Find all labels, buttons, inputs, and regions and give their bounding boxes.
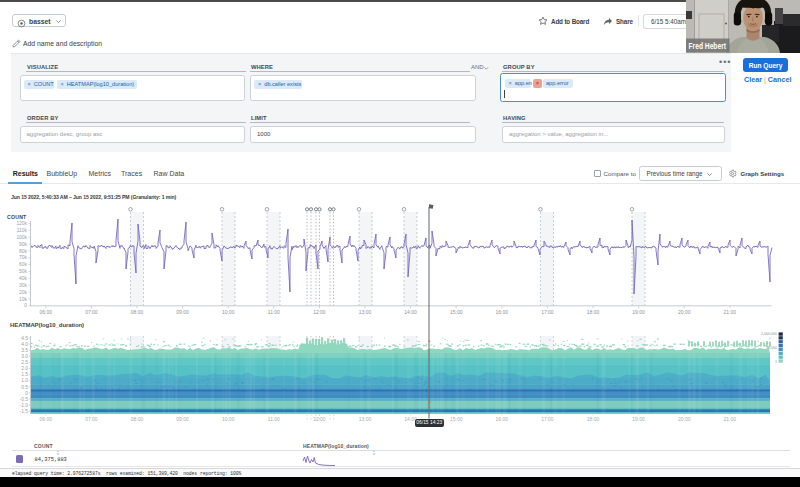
svg-text:3.5: 3.5 — [21, 348, 28, 353]
svg-text:12:00: 12:00 — [313, 309, 326, 315]
svg-text:10k: 10k — [19, 297, 27, 302]
svg-text:4.5: 4.5 — [21, 336, 28, 341]
svg-text:40k: 40k — [19, 276, 27, 281]
svg-text:08:00: 08:00 — [131, 309, 144, 315]
svg-text:50k: 50k — [19, 269, 27, 274]
svg-text:2.5: 2.5 — [21, 360, 28, 365]
svg-text:20:00: 20:00 — [678, 416, 691, 422]
svg-text:17:00: 17:00 — [541, 416, 554, 422]
svg-text:17:00: 17:00 — [541, 309, 554, 315]
svg-text:10,000: 10,000 — [766, 346, 777, 350]
svg-text:20k: 20k — [19, 290, 27, 295]
svg-text:06:00: 06:00 — [40, 309, 53, 315]
svg-text:110k: 110k — [17, 228, 28, 233]
svg-text:20:00: 20:00 — [678, 309, 691, 315]
svg-text:60k: 60k — [19, 262, 27, 267]
svg-text:16:00: 16:00 — [496, 309, 509, 315]
svg-text:21:00: 21:00 — [724, 309, 737, 315]
svg-text:11:00: 11:00 — [268, 416, 280, 422]
svg-text:15:00: 15:00 — [450, 309, 463, 315]
svg-text:70k: 70k — [19, 255, 27, 260]
svg-text:30k: 30k — [19, 283, 27, 288]
svg-text:08:00: 08:00 — [131, 416, 144, 422]
svg-text:09:00: 09:00 — [176, 309, 189, 315]
svg-text:1.0: 1.0 — [21, 378, 28, 383]
svg-text:2,000,000: 2,000,000 — [761, 332, 777, 336]
svg-text:Fred Hebert: Fred Hebert — [689, 41, 727, 51]
svg-text:15:00: 15:00 — [450, 416, 463, 422]
svg-text:06:00: 06:00 — [40, 416, 53, 422]
svg-text:18:00: 18:00 — [587, 309, 600, 315]
svg-text:19:00: 19:00 — [632, 416, 645, 422]
svg-text:19:00: 19:00 — [632, 309, 645, 315]
svg-text:18:00: 18:00 — [587, 416, 600, 422]
svg-text:11:00: 11:00 — [268, 309, 280, 315]
svg-text:-0.5: -0.5 — [20, 397, 29, 402]
svg-text:1: 1 — [775, 360, 777, 364]
svg-text:90k: 90k — [19, 242, 27, 247]
svg-text:100k: 100k — [16, 235, 27, 240]
svg-text:4.0: 4.0 — [21, 342, 28, 347]
svg-text:0: 0 — [24, 303, 27, 308]
svg-text:10:00: 10:00 — [222, 309, 235, 315]
svg-text:09:00: 09:00 — [176, 416, 189, 422]
svg-text:120k: 120k — [16, 221, 27, 226]
svg-text:13:00: 13:00 — [359, 416, 372, 422]
svg-text:0.5: 0.5 — [21, 385, 28, 390]
svg-text:14:00: 14:00 — [404, 309, 417, 315]
svg-text:-1.0: -1.0 — [20, 403, 29, 408]
svg-text:2.0: 2.0 — [21, 366, 28, 371]
svg-text:07:00: 07:00 — [85, 416, 98, 422]
svg-text:10:00: 10:00 — [222, 416, 235, 422]
svg-text:3.0: 3.0 — [21, 354, 28, 359]
svg-text:13:00: 13:00 — [359, 309, 372, 315]
svg-text:1.5: 1.5 — [21, 372, 28, 377]
svg-text:07:00: 07:00 — [85, 309, 98, 315]
svg-text:21:00: 21:00 — [724, 416, 737, 422]
svg-text:80k: 80k — [19, 249, 27, 254]
svg-text:16:00: 16:00 — [496, 416, 509, 422]
svg-text:-1.5: -1.5 — [20, 409, 29, 414]
svg-text:0: 0 — [25, 391, 28, 396]
svg-text:12:00: 12:00 — [313, 416, 326, 422]
